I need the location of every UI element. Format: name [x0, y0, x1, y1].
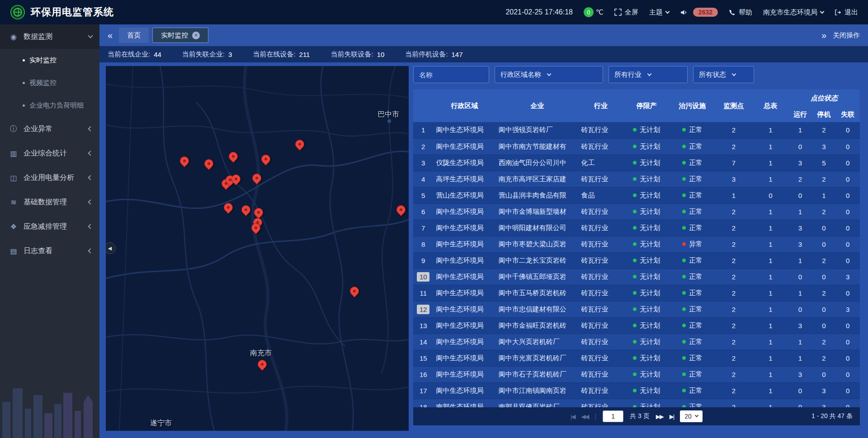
table-row[interactable]: 11阆中生态环境局阆中市五马桥页岩机砖砖瓦行业无计划正常21120 — [413, 285, 860, 301]
table-row[interactable]: 3仪陇生态环境局西南油气田分公司川中化工无计划正常71350 — [413, 155, 860, 171]
table-row[interactable]: 5营山生态环境局营山县润丰肉食品有限食品无计划正常10010 — [413, 187, 860, 203]
table-row[interactable]: 1阆中生态环境局阆中强锐页岩砖厂砖瓦行业无计划正常21120 — [413, 122, 860, 138]
header-industry: 行业 — [579, 89, 623, 122]
table-row[interactable]: 17阆中生态环境局阆中市江南镇阆南页岩砖瓦行业无计划正常21030 — [413, 382, 860, 399]
cell-stopped: 2 — [812, 350, 835, 366]
scroll-tabs-left-icon[interactable]: « — [108, 30, 113, 41]
cell-stopped: 2 — [812, 334, 835, 350]
page-size-select[interactable]: 20 — [680, 410, 703, 422]
help-button[interactable]: 帮助 — [729, 8, 752, 17]
stats-bar: 当前在线企业:44当前失联企业:3当前在线设备:211当前失联设备:10当前停机… — [99, 46, 868, 62]
cell-row-number: 6 — [413, 203, 433, 220]
map-pin[interactable] — [261, 155, 271, 165]
pin-icon — [395, 203, 407, 216]
cell-meters: 1 — [753, 122, 788, 138]
cell-stopped: 5 — [812, 155, 835, 171]
region-select[interactable]: 行政区域名称 — [495, 66, 603, 83]
table-row[interactable]: 10阆中生态环境局阆中千佛镇五郎垭页岩砖瓦行业无计划正常21003 — [413, 268, 860, 285]
industry-select[interactable]: 所有行业 — [609, 66, 688, 83]
cell-running: 2 — [788, 171, 812, 187]
map-pin[interactable] — [295, 140, 305, 150]
table-row[interactable]: 7阆中生态环境局阆中明阳建材有限公司砖瓦行业无计划正常21300 — [413, 220, 860, 236]
tab-realtime[interactable]: 实时监控× — [152, 28, 208, 43]
pin-icon — [252, 206, 265, 219]
table-row[interactable]: 9阆中生态环境局阆中市二龙长宝页岩砖砖瓦行业无计划正常21120 — [413, 252, 860, 268]
cell-stopped: 0 — [812, 317, 835, 334]
phone-icon — [729, 9, 736, 16]
sidebar-subitem-power-load-detail[interactable]: 企业电力负荷明细 — [0, 94, 99, 117]
tab-home[interactable]: 首页 — [119, 28, 149, 43]
table-row[interactable]: 15阆中生态环境局阆中市光富页岩机砖厂砖瓦行业无计划正常21120 — [413, 350, 860, 366]
table-row[interactable]: 8阆中生态环境局阆中市枣碧大梁山页岩砖瓦行业无计划异常21300 — [413, 236, 860, 252]
cell-stopped: 3 — [812, 138, 835, 155]
table-row[interactable]: 16阆中生态环境局阆中市石子页岩机砖厂砖瓦行业无计划正常21300 — [413, 366, 860, 382]
sidebar-item-power-usage-analysis[interactable]: ◫企业用电量分析 — [0, 165, 99, 190]
map-pin[interactable] — [241, 205, 251, 215]
table-row[interactable]: 13阆中生态环境局阆中市金福旺页岩机砖砖瓦行业无计划正常21300 — [413, 317, 860, 334]
last-page-button[interactable]: ▶| — [670, 413, 674, 420]
status-dot-icon — [682, 259, 686, 262]
notification-count-badge[interactable]: 2632 — [693, 8, 718, 17]
header-meters: 总表 — [753, 89, 788, 122]
first-page-button[interactable]: |◀ — [571, 413, 575, 420]
cell-lost: 0 — [836, 399, 860, 407]
map-pin[interactable] — [396, 205, 406, 215]
org-dropdown[interactable]: 南充市生态环境局 — [763, 8, 824, 17]
map-pin[interactable] — [224, 203, 234, 213]
sidebar-item-data-monitoring[interactable]: ◉数据监测 — [0, 24, 99, 49]
chevron-left-icon — [88, 224, 93, 229]
table-row[interactable]: 4高坪生态环境局南充市高坪区王家店建砖瓦行业无计划正常31220 — [413, 171, 860, 187]
sidebar-item-base-data-management[interactable]: ≋基础数据管理 — [0, 190, 99, 214]
sidebar-subitem-realtime-monitoring[interactable]: 实时监控 — [0, 49, 99, 71]
sidebar-subitem-video-monitoring[interactable]: 视频监控 — [0, 71, 99, 94]
map-pin[interactable] — [258, 360, 268, 370]
prev-page-button[interactable]: ◀◀ — [581, 413, 589, 420]
map-pin[interactable] — [254, 208, 264, 218]
sidebar-item-company-abnormal[interactable]: ⓘ企业异常 — [0, 117, 99, 141]
status-dot-icon — [682, 210, 686, 213]
announcement-button[interactable] — [680, 9, 688, 16]
fullscreen-label: 全屏 — [625, 8, 638, 17]
cell-company: 阆中市枣碧大梁山页岩 — [496, 236, 579, 252]
status-select[interactable]: 所有状态 — [693, 66, 754, 83]
map-pin[interactable] — [231, 174, 241, 184]
theme-dropdown[interactable]: 主题 — [649, 8, 669, 17]
scroll-tabs-right-icon[interactable]: » — [821, 30, 826, 41]
name-search-input[interactable] — [413, 66, 489, 83]
city-skyline-decoration — [0, 370, 99, 438]
status-dot-icon — [633, 356, 637, 360]
map-pin[interactable] — [204, 159, 214, 169]
sidebar-item-emergency-reduction[interactable]: ❖应急减排管理 — [0, 214, 99, 239]
chevron-left-icon — [88, 199, 93, 204]
table-row[interactable]: 14阆中生态环境局阆中大兴页岩机砖厂砖瓦行业无计划正常21120 — [413, 334, 860, 350]
map[interactable]: ◀ 巴中市南充市遂宁市 — [106, 66, 409, 431]
sidebar-item-log-view[interactable]: ▤日志查看 — [0, 239, 99, 263]
bullet-icon — [23, 104, 25, 107]
map-pin[interactable] — [251, 223, 261, 233]
map-pin[interactable] — [252, 174, 262, 184]
next-page-button[interactable]: ▶▶ — [656, 413, 663, 420]
map-pin[interactable] — [180, 156, 190, 166]
map-pin[interactable] — [229, 152, 239, 162]
cell-region: 营山生态环境局 — [433, 187, 495, 203]
table-row[interactable]: 6阆中生态环境局阆中市金博瑞新型墙材砖瓦行业无计划正常21120 — [413, 203, 860, 220]
cell-company: 南充市高坪区王家店建 — [496, 171, 579, 187]
company-table: 行政区域 企业 行业 停限产 治污设施 监测点 总表 点位状态 运行 — [413, 89, 860, 407]
fullscreen-button[interactable]: 全屏 — [614, 8, 638, 17]
table-row[interactable]: 2阆中生态环境局阆中市南方节能建材有砖瓦行业无计划正常21030 — [413, 138, 860, 155]
cell-meters: 1 — [753, 155, 788, 171]
sidebar-item-company-statistics[interactable]: ▥企业综合统计 — [0, 141, 99, 165]
close-operations-button[interactable]: 关闭操作 — [833, 31, 860, 40]
app-logo-icon — [10, 5, 25, 20]
cell-pollution-facility: 正常 — [670, 187, 715, 203]
close-tab-icon[interactable]: × — [192, 32, 200, 39]
cell-monitor-points: 2 — [715, 122, 753, 138]
header-monitor-points: 监测点 — [715, 89, 753, 122]
map-pin[interactable] — [350, 287, 360, 297]
page-number-input[interactable] — [603, 410, 623, 422]
table-row[interactable]: 18南部生态环境局南部县双佛页岩砖厂砖瓦行业无计划正常21030 — [413, 399, 860, 407]
table-row[interactable]: 12阆中生态环境局阆中市忠信建材有限公砖瓦行业无计划正常21003 — [413, 301, 860, 317]
logout-button[interactable]: 退出 — [835, 8, 858, 17]
cell-industry: 砖瓦行业 — [579, 285, 623, 301]
header-point-status-group: 点位状态 — [788, 89, 860, 107]
